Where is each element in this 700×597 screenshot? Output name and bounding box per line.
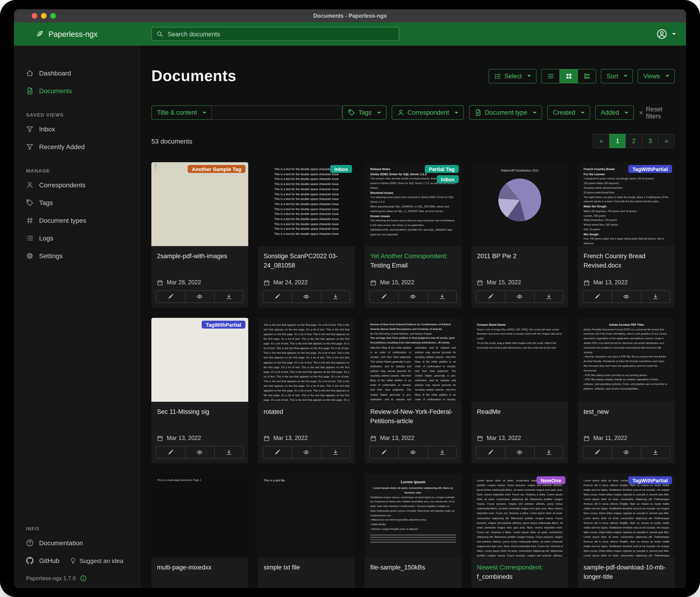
- sidebar-item-recently-added[interactable]: Recently Added: [14, 138, 140, 156]
- view-list-button[interactable]: [542, 69, 560, 83]
- document-correspondent[interactable]: Newest Correspondent:: [477, 564, 543, 571]
- download-button[interactable]: [427, 290, 457, 303]
- pagination-page-1[interactable]: 1: [609, 134, 626, 148]
- filter-document-type-dropdown[interactable]: Document type: [469, 105, 542, 120]
- tag-badge[interactable]: TagWithPartial: [628, 165, 672, 173]
- document-thumbnail-area[interactable]: This is a multi page document. Page 1.: [151, 474, 248, 557]
- document-title-link[interactable]: Yet Another Correspondent: Testing Email: [370, 252, 456, 270]
- document-thumbnail-area[interactable]: Another Sample Tag: [151, 162, 248, 246]
- info-circle-icon[interactable]: [80, 575, 86, 582]
- document-thumbnail-area[interactable]: Patient BP Distribution 2011: [471, 162, 568, 246]
- pagination-prev-button[interactable]: «: [593, 134, 610, 148]
- tag-badge[interactable]: Inbox: [436, 175, 459, 183]
- sidebar-item-tags[interactable]: Tags: [14, 194, 140, 212]
- view-button[interactable]: [185, 446, 215, 459]
- edit-button[interactable]: [369, 446, 399, 459]
- edit-button[interactable]: [263, 290, 292, 303]
- select-button[interactable]: Select: [489, 69, 537, 83]
- sidebar-item-documentation[interactable]: Documentation: [14, 534, 140, 552]
- view-button[interactable]: [398, 290, 428, 303]
- view-button[interactable]: [612, 290, 641, 303]
- tag-badge[interactable]: TagWithPartial: [628, 476, 672, 484]
- tag-badge[interactable]: Partial Tag: [425, 165, 459, 173]
- filter-tags-dropdown[interactable]: Tags: [343, 105, 386, 120]
- sidebar-item-document-types[interactable]: Document types: [14, 212, 140, 229]
- document-thumbnail-area[interactable]: Inbox This is a test for the double spac…: [258, 162, 355, 246]
- edit-button[interactable]: [476, 290, 505, 303]
- sidebar-item-logs[interactable]: Logs: [14, 229, 140, 247]
- edit-button[interactable]: [583, 290, 612, 303]
- download-button[interactable]: [321, 290, 350, 303]
- filter-correspondent-dropdown[interactable]: Correspondent: [392, 105, 464, 120]
- tag-badge[interactable]: Inbox: [330, 165, 352, 173]
- view-button[interactable]: [398, 446, 428, 459]
- document-thumbnail-area[interactable]: Adobe Acrobat PDF FilesAdobe Portable Do…: [578, 318, 675, 402]
- document-thumbnail-area[interactable]: Review of New York Federal Petitions for…: [365, 318, 461, 402]
- reset-filters-button[interactable]: × Reset filters: [639, 105, 675, 120]
- filter-text-input[interactable]: [211, 105, 343, 120]
- sidebar-item-correspondents[interactable]: Correspondents: [14, 176, 140, 194]
- sidebar-item-inbox[interactable]: Inbox: [14, 120, 140, 138]
- edit-button[interactable]: [263, 446, 292, 459]
- document-title-link[interactable]: test_new: [583, 407, 669, 416]
- sidebar-item-settings[interactable]: Settings: [14, 247, 140, 265]
- suggest-an-idea-link[interactable]: Suggest an idea: [70, 557, 123, 564]
- edit-button[interactable]: [476, 446, 505, 459]
- document-thumbnail-area[interactable]: Lorem ipsumLorem ipsum dolor sit amet, c…: [365, 474, 461, 557]
- view-button[interactable]: [292, 290, 321, 303]
- download-button[interactable]: [641, 446, 670, 459]
- tag-badge[interactable]: NewOne: [536, 476, 566, 484]
- user-menu[interactable]: [657, 29, 676, 39]
- view-button[interactable]: [185, 290, 215, 303]
- document-correspondent[interactable]: Yet Another Correspondent:: [370, 253, 448, 260]
- edit-button[interactable]: [156, 290, 185, 303]
- pagination-page-2[interactable]: 2: [625, 134, 642, 148]
- document-thumbnail-area[interactable]: This is a test file.: [258, 474, 355, 557]
- edit-button[interactable]: [369, 290, 399, 303]
- sidebar-item-github[interactable]: GitHub: [14, 552, 59, 570]
- view-button[interactable]: [292, 446, 321, 459]
- document-title-link[interactable]: multi-page-mixedxx: [157, 563, 243, 572]
- download-button[interactable]: [534, 446, 564, 459]
- document-title-link[interactable]: rotated: [264, 407, 349, 416]
- filter-created-dropdown[interactable]: Created: [547, 105, 590, 120]
- document-thumbnail-area[interactable]: This is the text that appears on the fir…: [258, 318, 355, 402]
- document-title-link[interactable]: ReadMe: [477, 407, 562, 416]
- search-input[interactable]: [167, 30, 394, 38]
- zoom-window-button[interactable]: [50, 13, 56, 19]
- brand[interactable]: Paperless-ngx: [14, 29, 140, 39]
- close-window-button[interactable]: [32, 13, 37, 19]
- view-button[interactable]: [505, 446, 535, 459]
- view-detail-button[interactable]: [578, 69, 596, 83]
- minimize-window-button[interactable]: [41, 13, 47, 19]
- view-button[interactable]: [505, 290, 535, 303]
- download-button[interactable]: [321, 446, 350, 459]
- sidebar-item-documents[interactable]: Documents: [14, 82, 140, 100]
- document-title-link[interactable]: 2011 BP Pie 2: [477, 252, 562, 261]
- document-title-link[interactable]: Review-of-New-York-Federal-Petitions-art…: [370, 407, 456, 426]
- tag-badge[interactable]: TagWithPartial: [202, 320, 246, 329]
- download-button[interactable]: [214, 290, 244, 303]
- document-title-link[interactable]: French Country Bread Revised.docx: [583, 252, 669, 270]
- document-title-link[interactable]: simple txt file: [264, 563, 349, 572]
- edit-button[interactable]: [583, 446, 612, 459]
- tag-badge[interactable]: Another Sample Tag: [188, 165, 246, 173]
- pagination-next-button[interactable]: »: [658, 134, 675, 148]
- sidebar-item-dashboard[interactable]: Dashboard: [14, 64, 140, 82]
- document-thumbnail-area[interactable]: Contact Sheet DemoGiven a set of image f…: [471, 318, 568, 402]
- document-title-link[interactable]: Newest Correspondent: f_combineds: [477, 563, 562, 581]
- sort-button[interactable]: Sort: [601, 69, 633, 83]
- download-button[interactable]: [214, 446, 244, 459]
- document-title-link[interactable]: sample-pdf-download-10-mb-longer-title: [583, 563, 669, 581]
- filter-added-dropdown[interactable]: Added: [595, 105, 634, 120]
- document-title-link[interactable]: Sec 11-Missing sig: [157, 407, 243, 416]
- views-button[interactable]: Views: [638, 69, 675, 83]
- document-thumbnail-area[interactable]: NewOne Lorem ipsum dolor sit amet, conse…: [471, 474, 568, 557]
- view-button[interactable]: [612, 446, 641, 459]
- document-thumbnail-area[interactable]: TagWithPartial Application for Medical S…: [151, 318, 248, 402]
- download-button[interactable]: [534, 290, 564, 303]
- download-button[interactable]: [641, 290, 670, 303]
- document-title-link[interactable]: 2sample-pdf-with-images: [157, 252, 243, 261]
- document-thumbnail-area[interactable]: Partial TagInbox Release NotesSimba ODBC…: [365, 162, 461, 246]
- document-title-link[interactable]: Sonstige ScanPC2022 03-24_081058: [264, 252, 349, 270]
